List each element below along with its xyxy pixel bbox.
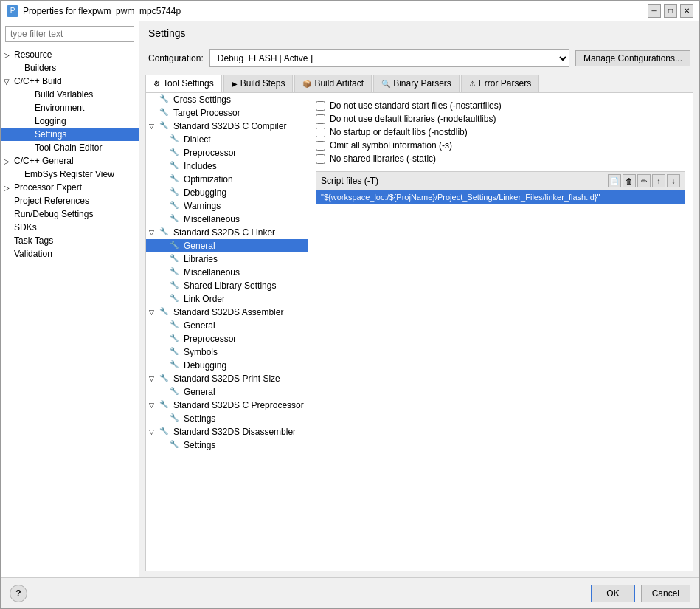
stree-icon-dialect: 🔧 [170,134,181,145]
sidebar-item-build-variables[interactable]: Build Variables [1,88,139,101]
script-file-item-0[interactable]: "${workspace_loc:/${ProjName}/Project_Se… [316,190,685,204]
tab-build-artifact[interactable]: 📦Build Artifact [294,75,372,92]
stree-item-shared-library[interactable]: 🔧Shared Library Settings [146,279,308,292]
stree-icon-general-assembler: 🔧 [170,320,181,331]
stree-icon-std-s32ds-c-preprocessor: 🔧 [159,400,171,410]
tab-icon-build-artifact: 📦 [302,80,311,88]
stree-item-general-assembler[interactable]: 🔧General [146,319,308,332]
minimize-button[interactable]: ─ [648,4,661,18]
tree-label-ccc-build: C/C++ Build [14,76,62,86]
stree-label-general-linker: General [184,241,215,251]
stree-icon-miscellaneous-linker: 🔧 [170,267,181,278]
bottom-right: OK Cancel [591,585,690,602]
tab-icon-error-parsers: ⚠ [469,80,476,88]
sidebar-item-validation[interactable]: Validation [1,247,139,261]
tab-build-steps[interactable]: ▶Build Steps [223,75,294,92]
stree-item-libraries[interactable]: 🔧Libraries [146,252,308,266]
cancel-button[interactable]: Cancel [641,585,690,602]
stree-icon-libraries: 🔧 [170,254,181,264]
sidebar-item-ccc-general[interactable]: ▷C/C++ General [1,154,139,168]
stree-item-cross-settings[interactable]: 🔧Cross Settings [146,93,308,106]
stree-item-optimization[interactable]: 🔧Optimization [146,173,308,186]
checkbox-nodefaultlibs[interactable] [316,114,325,124]
stree-item-std-s32ds-print-size[interactable]: ▽🔧Standard S32DS Print Size [146,372,308,385]
stree-item-warnings[interactable]: 🔧Warnings [146,199,308,213]
stree-icon-general-print: 🔧 [170,387,181,397]
move-up-script-button[interactable]: ↑ [652,174,665,187]
stree-item-std-s32ds-c-linker[interactable]: ▽🔧Standard S32DS C Linker [146,226,308,239]
stree-item-std-s32ds-c-compiler[interactable]: ▽🔧Standard S32DS C Compiler [146,120,308,133]
stree-item-target-processor[interactable]: 🔧Target Processor [146,106,308,120]
stree-item-std-s32ds-assembler[interactable]: ▽🔧Standard S32DS Assembler [146,306,308,319]
stree-item-std-s32ds-disassembler[interactable]: ▽🔧Standard S32DS Disassembler [146,425,308,438]
stree-label-general-print: General [184,387,215,397]
stree-label-preprocessor-assembler: Preprocessor [184,334,236,344]
stree-label-miscellaneous-compiler: Miscellaneous [184,214,240,224]
sidebar-item-settings[interactable]: Settings [1,128,139,141]
stree-label-std-s32ds-print-size: Standard S32DS Print Size [173,374,280,384]
move-down-script-button[interactable]: ↓ [667,174,680,187]
settings-header: Settings [139,21,699,45]
stree-label-warnings: Warnings [184,201,221,211]
title-bar: P Properties for flexpwm_pwm_mpc5744p ─ … [1,1,699,21]
sidebar-item-tool-chain-editor[interactable]: Tool Chain Editor [1,141,139,154]
sidebar-item-processor-expert[interactable]: ▷Processor Expert [1,181,139,194]
main-window: P Properties for flexpwm_pwm_mpc5744p ─ … [0,0,700,609]
delete-script-button[interactable]: 🗑 [623,174,636,187]
stree-item-debugging-compiler[interactable]: 🔧Debugging [146,186,308,199]
sidebar-item-run-debug[interactable]: Run/Debug Settings [1,207,139,221]
edit-script-button[interactable]: ✏ [637,174,651,187]
stree-item-settings-preprocessor[interactable]: 🔧Settings [146,412,308,425]
stree-item-preprocessor[interactable]: 🔧Preprocessor [146,146,308,159]
checkbox-label-nodefaultlibs: Do not use default libraries (-nodefault… [330,114,496,124]
stree-item-general-print[interactable]: 🔧General [146,385,308,399]
checkbox-no-shared[interactable] [316,154,325,164]
stree-icon-symbols: 🔧 [170,347,181,357]
stree-label-dialect: Dialect [184,134,211,145]
stree-label-includes: Includes [184,161,217,171]
checkbox-label-nostdlib: No startup or default libs (-nostdlib) [330,127,468,137]
checkbox-omit-debug[interactable] [316,141,325,151]
sidebar-item-builders[interactable]: Builders [1,61,139,75]
tab-error-parsers[interactable]: ⚠Error Parsers [461,75,539,92]
stree-item-includes[interactable]: 🔧Includes [146,159,308,173]
ok-button[interactable]: OK [591,585,634,602]
sidebar-item-environment[interactable]: Environment [1,101,139,114]
sidebar-item-sdks[interactable]: SDKs [1,221,139,234]
settings-tree: 🔧Cross Settings🔧Target Processor▽🔧Standa… [146,93,308,571]
stree-item-miscellaneous-linker[interactable]: 🔧Miscellaneous [146,266,308,279]
filter-input[interactable] [5,26,134,42]
stree-label-debugging-assembler: Debugging [184,360,226,371]
maximize-button[interactable]: □ [664,4,677,18]
stree-item-symbols[interactable]: 🔧Symbols [146,345,308,359]
add-script-button[interactable]: 📄 [608,174,621,187]
help-button[interactable]: ? [10,585,27,602]
sidebar-item-logging[interactable]: Logging [1,114,139,128]
sidebar-item-task-tags[interactable]: Task Tags [1,234,139,247]
tab-tool-settings[interactable]: ⚙Tool Settings [145,75,222,92]
stree-arrow-std-s32ds-c-preprocessor: ▽ [149,402,159,409]
stree-label-settings-disassembler: Settings [184,440,215,450]
sidebar-item-ccc-build[interactable]: ▽C/C++ Build [1,75,139,88]
sidebar-item-embsys[interactable]: EmbSys Register View [1,168,139,181]
manage-configurations-button[interactable]: Manage Configurations... [575,50,690,66]
stree-item-general-linker[interactable]: 🔧General [146,239,308,252]
tab-binary-parsers[interactable]: 🔍Binary Parsers [373,75,460,92]
stree-item-debugging-assembler[interactable]: 🔧Debugging [146,359,308,372]
config-select[interactable]: Debug_FLASH [ Active ] [209,49,569,67]
stree-item-link-order[interactable]: 🔧Link Order [146,292,308,306]
checkbox-nostdlib[interactable] [316,128,325,137]
stree-item-miscellaneous-compiler[interactable]: 🔧Miscellaneous [146,213,308,226]
checkbox-nostartfiles[interactable] [316,101,325,111]
tree-label-run-debug: Run/Debug Settings [14,209,93,219]
sidebar-item-project-references[interactable]: Project References [1,194,139,207]
stree-item-settings-disassembler[interactable]: 🔧Settings [146,438,308,452]
stree-item-std-s32ds-c-preprocessor[interactable]: ▽🔧Standard S32DS C Preprocessor [146,399,308,412]
stree-item-preprocessor-assembler[interactable]: 🔧Preprocessor [146,332,308,345]
stree-arrow-std-s32ds-c-linker: ▽ [149,229,159,236]
stree-item-dialect[interactable]: 🔧Dialect [146,133,308,146]
close-button[interactable]: ✕ [680,4,693,18]
stree-label-std-s32ds-disassembler: Standard S32DS Disassembler [173,427,296,437]
sidebar-item-resource[interactable]: ▷Resource [1,48,139,61]
stree-arrow-std-s32ds-c-compiler: ▽ [149,123,159,130]
